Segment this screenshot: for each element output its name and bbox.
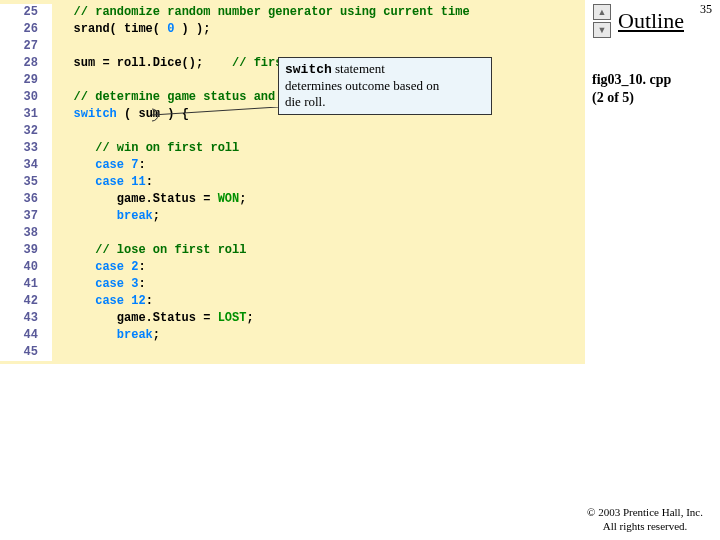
line-number: 29 [0, 72, 52, 89]
nav-up-button[interactable]: ▲ [593, 4, 611, 20]
line-number: 26 [0, 21, 52, 38]
line-number: 33 [0, 140, 52, 157]
line-number: 34 [0, 157, 52, 174]
line-number: 41 [0, 276, 52, 293]
line-number: 45 [0, 344, 52, 361]
code-text: game.Status = LOST; [52, 310, 254, 327]
callout-annotation: switch statement determines outcome base… [278, 57, 492, 115]
line-number: 38 [0, 225, 52, 242]
code-text: // randomize random number generator usi… [52, 4, 470, 21]
line-number: 30 [0, 89, 52, 106]
line-number: 36 [0, 191, 52, 208]
line-number: 28 [0, 55, 52, 72]
code-text: break; [52, 327, 160, 344]
code-text: // lose on first roll [52, 242, 246, 259]
line-number: 44 [0, 327, 52, 344]
outline-heading: Outline [618, 8, 684, 34]
code-text: // determine game status and [52, 89, 275, 106]
line-number: 37 [0, 208, 52, 225]
copyright-text: © 2003 Prentice Hall, Inc. All rights re… [570, 505, 720, 533]
page-number: 35 [700, 2, 712, 17]
line-number: 31 [0, 106, 52, 123]
code-text: switch ( sum ) { [52, 106, 189, 123]
code-block: 25 // randomize random number generator … [0, 0, 585, 364]
code-text: case 3: [52, 276, 146, 293]
line-number: 35 [0, 174, 52, 191]
code-text: break; [52, 208, 160, 225]
line-number: 32 [0, 123, 52, 140]
figure-part: (2 of 5) [592, 90, 634, 106]
code-text: case 12: [52, 293, 153, 310]
code-text: sum = roll.Dice(); // first [52, 55, 290, 72]
slide: 25 // randomize random number generator … [0, 0, 720, 540]
line-number: 42 [0, 293, 52, 310]
line-number: 43 [0, 310, 52, 327]
line-number: 39 [0, 242, 52, 259]
code-text: game.Status = WON; [52, 191, 246, 208]
figure-label: fig03_10. cpp [592, 72, 671, 88]
line-number: 40 [0, 259, 52, 276]
code-text: case 2: [52, 259, 146, 276]
line-number: 25 [0, 4, 52, 21]
code-text: case 7: [52, 157, 146, 174]
line-number: 27 [0, 38, 52, 55]
code-text: case 11: [52, 174, 153, 191]
nav-buttons: ▲ ▼ [593, 4, 611, 40]
nav-down-button[interactable]: ▼ [593, 22, 611, 38]
code-text: srand( time( 0 ) ); [52, 21, 210, 38]
code-text: // win on first roll [52, 140, 239, 157]
